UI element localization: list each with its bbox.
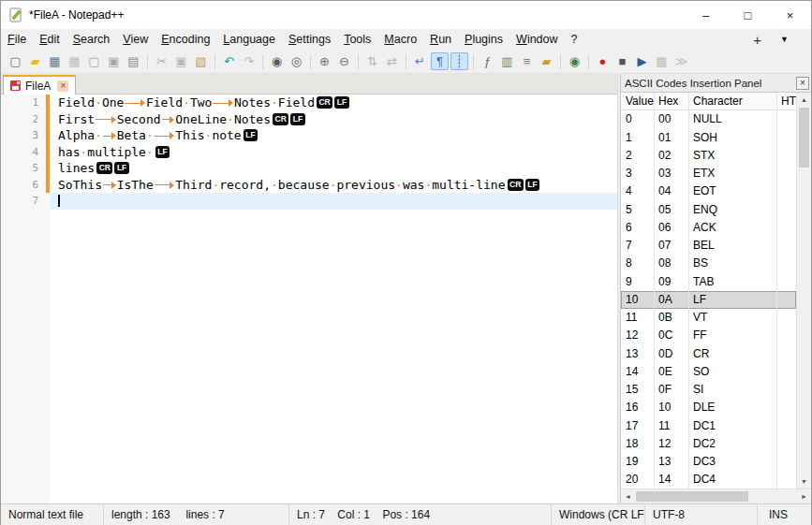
menu-item-file[interactable]: File (1, 29, 33, 50)
menu-item-help[interactable]: ? (565, 29, 584, 50)
minimize-button[interactable]: – (685, 1, 727, 29)
save-all-button[interactable]: ▦ (66, 52, 83, 70)
line-number[interactable]: 2 (1, 111, 42, 128)
sync-horizontal-button[interactable]: ⇄ (383, 52, 401, 70)
ascii-row[interactable]: 110BVT (621, 309, 796, 327)
menu-item-view[interactable]: View (116, 29, 155, 50)
line-number[interactable]: 5 (1, 160, 42, 177)
line-text[interactable]: Field·OneField·TwoNotes·FieldCRLF (50, 95, 617, 111)
document-map-button[interactable]: ▥ (498, 52, 516, 70)
tab-filea[interactable]: FileA × (3, 75, 76, 95)
ascii-row[interactable]: 101SOH (621, 129, 796, 147)
status-encoding[interactable]: UTF-8 (645, 504, 758, 525)
macro-run-multiple-button[interactable]: ≫ (672, 52, 690, 70)
line-text[interactable]: linesCRLF (50, 160, 617, 177)
menu-item-run[interactable]: Run (423, 29, 458, 50)
ascii-row[interactable]: 120CFF (621, 327, 796, 344)
function-list-button[interactable]: ƒ (479, 52, 496, 70)
ascii-row[interactable]: 2014DC4 (621, 471, 796, 489)
ascii-row[interactable]: 707BEL (621, 237, 796, 255)
ascii-row[interactable]: 150FSI (621, 381, 796, 399)
line-number[interactable]: 6 (1, 177, 42, 194)
ascii-row[interactable]: 1812DC2 (621, 435, 796, 453)
print-button[interactable]: ▤ (125, 52, 142, 70)
tab-close-icon[interactable]: × (57, 80, 68, 92)
status-eol-format[interactable]: Windows (CR LF) (552, 504, 645, 525)
show-all-characters-button[interactable]: ¶ (431, 52, 449, 70)
ascii-row[interactable]: 202STX (621, 147, 796, 165)
line-text[interactable]: FirstSecondOneLine·NotesCRLF (50, 111, 617, 128)
find-button[interactable]: ◉ (268, 52, 286, 70)
scroll-down-icon[interactable]: ▼ (797, 474, 811, 489)
menu-item-plugins[interactable]: Plugins (458, 29, 509, 50)
ascii-row[interactable]: 808BS (621, 255, 796, 272)
macro-save-button[interactable]: ▦ (653, 52, 671, 70)
macro-record-button[interactable]: ● (594, 52, 612, 70)
tab-list-dropdown-button[interactable]: ▼ (771, 35, 798, 44)
folder-as-workspace-button[interactable]: ▰ (538, 52, 555, 70)
zoom-out-button[interactable]: ⊖ (335, 52, 353, 70)
status-insert-mode[interactable]: INS (758, 504, 811, 525)
ascii-row[interactable]: 130DCR (621, 345, 796, 363)
ascii-row[interactable]: 100ALF (621, 291, 796, 309)
ascii-row[interactable]: 1610DLE (621, 399, 796, 416)
copy-button[interactable]: ▣ (172, 52, 190, 70)
line-number[interactable]: 7 (1, 193, 42, 210)
menu-item-settings[interactable]: Settings (282, 29, 337, 50)
ascii-row[interactable]: 505ENQ (621, 201, 796, 219)
line-number[interactable]: 1 (1, 95, 42, 111)
ascii-row[interactable]: 000NULL (621, 110, 796, 128)
paste-button[interactable]: ▧ (192, 52, 210, 70)
ascii-row[interactable]: 606ACK (621, 219, 796, 237)
horizontal-scroll-thumb[interactable] (636, 491, 748, 502)
maximize-button[interactable]: □ (727, 1, 769, 29)
undo-button[interactable]: ↶ (220, 52, 238, 70)
indent-guide-button[interactable]: ┊ (450, 52, 468, 70)
menu-item-encoding[interactable]: Encoding (155, 29, 216, 50)
line-number[interactable]: 4 (1, 144, 42, 161)
scroll-left-icon[interactable]: ◄ (621, 489, 635, 503)
ascii-row[interactable]: 404EOT (621, 182, 796, 200)
menu-item-edit[interactable]: Edit (33, 29, 66, 50)
ascii-row[interactable]: 1913DC3 (621, 453, 796, 471)
line-number[interactable]: 3 (1, 127, 42, 144)
save-button[interactable]: ▦ (46, 52, 64, 70)
new-file-button[interactable]: ▢ (7, 52, 24, 70)
scroll-up-icon[interactable]: ▲ (797, 93, 811, 107)
macro-play-button[interactable]: ▶ (633, 52, 651, 70)
menu-item-search[interactable]: Search (66, 29, 117, 50)
editor[interactable]: 1Field·OneField·TwoNotes·FieldCRLF2First… (1, 95, 617, 503)
space-dot-mark: · (395, 178, 403, 192)
open-file-button[interactable]: ▰ (26, 52, 44, 70)
close-button[interactable]: × (769, 1, 811, 29)
replace-button[interactable]: ◎ (288, 52, 305, 70)
sync-vertical-button[interactable]: ⇅ (363, 52, 381, 70)
redo-button[interactable]: ↷ (240, 52, 258, 70)
cut-button[interactable]: ✂ (153, 52, 170, 70)
ascii-row[interactable]: 303ETX (621, 165, 796, 182)
menu-item-tools[interactable]: Tools (337, 29, 377, 50)
monitoring-button[interactable]: ◉ (566, 52, 583, 70)
macro-stop-button[interactable]: ■ (613, 52, 631, 70)
line-text[interactable] (50, 193, 617, 210)
vertical-scroll-thumb[interactable] (799, 108, 809, 168)
close-file-button[interactable]: ▢ (85, 52, 103, 70)
line-text[interactable]: has·multiple·LF (50, 144, 617, 161)
ascii-row[interactable]: 909TAB (621, 273, 796, 291)
line-text[interactable]: Alpha·Beta·This·noteLF (50, 127, 617, 144)
panel-close-icon[interactable]: × (796, 77, 809, 90)
menu-item-language[interactable]: Language (216, 29, 282, 50)
zoom-in-button[interactable]: ⊕ (316, 52, 333, 70)
horizontal-scrollbar[interactable]: ◄ ► (621, 489, 811, 503)
menu-item-window[interactable]: Window (509, 29, 564, 50)
vertical-scrollbar[interactable]: ▲ ▼ (796, 93, 811, 489)
menu-item-macro[interactable]: Macro (377, 29, 423, 50)
document-list-button[interactable]: ≡ (518, 52, 536, 70)
close-all-button[interactable]: ▣ (105, 52, 123, 70)
word-wrap-button[interactable]: ↵ (411, 52, 429, 70)
new-tab-button[interactable]: + (744, 32, 771, 48)
line-text[interactable]: SoThisIsTheThird·record,·because·previou… (50, 177, 617, 194)
ascii-row[interactable]: 1711DC1 (621, 417, 796, 435)
ascii-row[interactable]: 140ESO (621, 363, 796, 381)
scroll-right-icon[interactable]: ► (797, 489, 811, 503)
